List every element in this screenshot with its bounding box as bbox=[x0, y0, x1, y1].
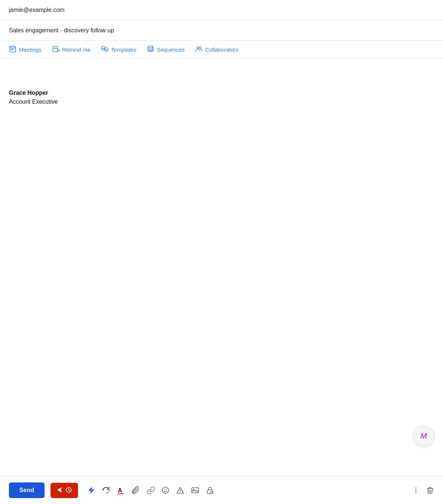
svg-point-33 bbox=[415, 490, 417, 491]
more-options-button[interactable] bbox=[412, 486, 420, 494]
meetings-icon bbox=[9, 45, 16, 54]
sequences-label: Sequences bbox=[157, 46, 185, 53]
svg-point-21 bbox=[162, 487, 168, 494]
svg-text:A: A bbox=[118, 487, 122, 494]
svg-point-23 bbox=[166, 489, 167, 490]
recipient-row: jamie@example.com bbox=[0, 0, 443, 20]
meetings-label: Meetings bbox=[19, 46, 42, 53]
schedule-send-button[interactable] bbox=[51, 483, 78, 498]
templates-button[interactable]: Templates bbox=[101, 45, 136, 54]
svg-point-14 bbox=[197, 47, 199, 49]
svg-rect-4 bbox=[11, 49, 12, 50]
svg-rect-26 bbox=[192, 488, 198, 493]
signature-block: Grace Hopper Account Executive bbox=[9, 88, 434, 106]
collaborators-button[interactable]: Collaborators bbox=[195, 45, 238, 54]
svg-line-31 bbox=[212, 492, 212, 493]
remind-me-icon bbox=[52, 45, 59, 54]
svg-point-22 bbox=[164, 489, 165, 490]
send-button[interactable]: Send bbox=[9, 482, 45, 498]
recipient-address: jamie@example.com bbox=[9, 7, 65, 13]
sales-toolbar: Meetings Remind me bbox=[0, 41, 443, 59]
collaborators-icon bbox=[195, 45, 203, 54]
bottom-toolbar: Send bbox=[0, 476, 443, 504]
hubspot-logo: M bbox=[420, 431, 427, 441]
lock-schedule-icon[interactable] bbox=[206, 486, 214, 494]
font-color-icon[interactable]: A bbox=[117, 486, 125, 494]
templates-label: Templates bbox=[111, 46, 136, 53]
emoji-icon[interactable] bbox=[161, 486, 169, 494]
link-icon[interactable] bbox=[146, 486, 155, 494]
snippet-icon[interactable] bbox=[87, 486, 95, 494]
templates-icon bbox=[101, 45, 109, 54]
svg-point-25 bbox=[180, 492, 181, 493]
svg-rect-5 bbox=[12, 49, 13, 50]
delete-button[interactable] bbox=[426, 486, 434, 494]
collaborators-label: Collaborators bbox=[205, 46, 238, 53]
email-body[interactable]: Grace Hopper Account Executive M bbox=[0, 59, 443, 476]
svg-point-15 bbox=[199, 47, 201, 49]
clock-badge bbox=[65, 487, 72, 494]
subject-text: Sales engagement - discovery follow up bbox=[9, 27, 114, 33]
signature-title: Account Executive bbox=[9, 97, 434, 106]
sequences-button[interactable]: Sequences bbox=[147, 45, 185, 54]
attachment-icon[interactable] bbox=[132, 486, 140, 494]
refresh-icon[interactable] bbox=[102, 486, 110, 494]
remind-me-label: Remind me bbox=[62, 46, 91, 53]
hubspot-fab-button[interactable]: M bbox=[413, 426, 434, 446]
svg-rect-20 bbox=[118, 493, 124, 494]
formatting-toolbar: A bbox=[87, 486, 214, 494]
alert-icon[interactable] bbox=[176, 486, 184, 494]
svg-point-34 bbox=[415, 492, 417, 493]
email-composer: jamie@example.com Sales engagement - dis… bbox=[0, 0, 443, 504]
remind-me-button[interactable]: Remind me bbox=[52, 45, 91, 54]
svg-line-18 bbox=[69, 490, 70, 491]
svg-point-32 bbox=[415, 488, 417, 489]
meetings-button[interactable]: Meetings bbox=[9, 45, 42, 54]
send-arrow-icon bbox=[56, 487, 63, 494]
subject-row: Sales engagement - discovery follow up bbox=[0, 20, 443, 41]
signature-name: Grace Hopper bbox=[9, 88, 434, 97]
sequences-icon bbox=[147, 45, 154, 54]
image-icon[interactable] bbox=[191, 486, 199, 494]
svg-point-13 bbox=[148, 46, 153, 48]
svg-line-10 bbox=[58, 51, 58, 51]
